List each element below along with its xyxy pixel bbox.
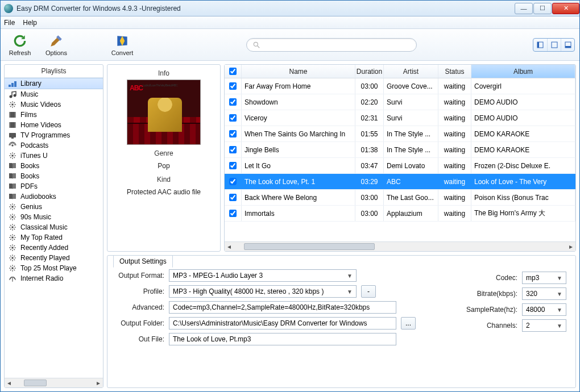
profile-remove-button[interactable]: -: [361, 285, 376, 298]
svg-line-73: [10, 239, 11, 240]
row-checkbox-cell: [225, 126, 242, 141]
svg-rect-22: [9, 112, 10, 118]
channels-select[interactable]: 2▼: [522, 319, 566, 332]
view-center-button[interactable]: [547, 39, 561, 51]
browse-folder-button[interactable]: ...: [401, 317, 416, 330]
sidebar-item[interactable]: Library: [5, 78, 103, 89]
output-format-select[interactable]: MP3 - MPEG-1 Audio Layer 3▼: [169, 269, 357, 282]
sidebar-item[interactable]: Audiobooks: [5, 191, 103, 202]
sidebar-item[interactable]: PDFs: [5, 181, 103, 191]
view-mode-buttons: [533, 38, 575, 52]
codec-select[interactable]: mp3▼: [522, 272, 566, 284]
maximize-button[interactable]: ☐: [533, 3, 552, 14]
search-input[interactable]: [246, 38, 417, 52]
minimize-button[interactable]: —: [515, 3, 533, 14]
music-icon: [8, 90, 17, 98]
table-row[interactable]: Showdown02:20SurviwaitingDEMO AUDIO: [225, 94, 575, 110]
cell-album: The Big Horn's Army 大: [471, 206, 575, 221]
sidebar-item[interactable]: Music Videos: [5, 99, 103, 110]
row-checkbox[interactable]: [229, 82, 237, 90]
sidebar-item-label: Library: [20, 80, 42, 87]
table-row[interactable]: Far Away From Home03:00Groove Cove...wai…: [225, 78, 575, 94]
output-folder-input[interactable]: C:\Users\Administrator\Music\Easy DRM Co…: [169, 317, 396, 330]
cell-album: DEMO KARAOKE: [471, 142, 575, 157]
table-row[interactable]: The Look of Love, Pt. 103:29ABCwaitingLo…: [225, 174, 575, 190]
sidebar-item[interactable]: Home Videos: [5, 120, 103, 130]
sidebar-item[interactable]: Podcasts: [5, 140, 103, 151]
sidebar-item[interactable]: My Top Rated: [5, 232, 103, 243]
cell-status: waiting: [438, 158, 471, 173]
cell-name: Far Away From Home: [242, 78, 355, 94]
sidebar-item[interactable]: Recently Added: [5, 243, 103, 253]
tv-icon: [8, 131, 17, 139]
sidebar-item[interactable]: Genius: [5, 202, 103, 212]
row-checkbox[interactable]: [229, 146, 237, 153]
sidebar-item[interactable]: Recently Played: [5, 253, 103, 263]
row-checkbox[interactable]: [229, 114, 237, 122]
convert-icon: [114, 33, 130, 49]
table-row[interactable]: Back Where We Belong03:00The Last Goo...…: [225, 190, 575, 206]
svg-line-64: [10, 228, 11, 230]
table-row[interactable]: Immortals03:00ApplauziumwaitingThe Big H…: [225, 206, 575, 222]
view-bottom-panel-button[interactable]: [561, 39, 574, 51]
samplerate-select[interactable]: 48000▼: [522, 303, 566, 316]
sidebar-item[interactable]: Top 25 Most Playe: [5, 263, 103, 273]
svg-line-101: [14, 266, 15, 267]
bitrate-select[interactable]: 320▼: [522, 287, 566, 300]
sidebar-item[interactable]: Classical Music: [5, 222, 103, 232]
row-checkbox[interactable]: [229, 194, 237, 201]
row-checkbox[interactable]: [229, 178, 237, 185]
column-header-checkbox[interactable]: [225, 65, 242, 78]
select-all-checkbox[interactable]: [229, 68, 237, 75]
menu-help[interactable]: Help: [23, 19, 37, 27]
svg-point-75: [11, 247, 14, 249]
svg-rect-9: [14, 81, 16, 87]
genre-value: Pop: [158, 162, 169, 170]
sidebar-item[interactable]: Films: [5, 110, 103, 120]
column-header-status[interactable]: Status: [438, 65, 471, 78]
advanced-input[interactable]: Codec=mp3,Channel=2,SampleRate=48000Hz,B…: [169, 301, 396, 314]
sidebar-scrollbar[interactable]: ◂▸: [5, 378, 103, 387]
right-column: Info ABCLook of Love The Very Best of AB…: [107, 64, 576, 388]
cell-duration: 03:29: [355, 174, 384, 189]
menu-file[interactable]: File: [4, 19, 15, 27]
sidebar-item[interactable]: Internet Radio: [5, 273, 103, 283]
table-scrollbar[interactable]: ◂▸: [225, 241, 575, 251]
sidebar-item[interactable]: iTunes U: [5, 151, 103, 161]
column-header-artist[interactable]: Artist: [384, 65, 438, 78]
options-button[interactable]: Options: [42, 32, 71, 57]
cell-artist: The Last Goo...: [384, 190, 438, 205]
column-header-album[interactable]: Album: [471, 65, 575, 78]
view-left-panel-button[interactable]: [533, 39, 547, 51]
sidebar-item[interactable]: Books: [5, 171, 103, 181]
output-settings-tab[interactable]: Output Settings: [113, 255, 173, 268]
table-row[interactable]: Viceroy02:31SurviwaitingDEMO AUDIO: [225, 110, 575, 126]
close-button[interactable]: ✕: [552, 3, 579, 14]
column-header-name[interactable]: Name: [242, 65, 355, 78]
column-header-duration[interactable]: Duration: [355, 65, 384, 78]
sidebar-item[interactable]: Music: [5, 89, 103, 99]
table-row[interactable]: Jingle Bells01:38In The Style ...waiting…: [225, 142, 575, 158]
row-checkbox[interactable]: [229, 162, 237, 169]
table-row[interactable]: When The Saints Go Marching In01:55In Th…: [225, 126, 575, 142]
svg-rect-26: [15, 122, 16, 128]
profile-select[interactable]: MP3 - High Quality( 48000 Hz, stereo , 3…: [169, 285, 357, 298]
svg-line-35: [10, 153, 11, 155]
row-checkbox[interactable]: [229, 98, 237, 106]
sidebar-item[interactable]: TV Programmes: [5, 130, 103, 140]
svg-point-84: [11, 257, 14, 259]
sidebar-item[interactable]: 90s Music: [5, 212, 103, 222]
sidebar-item-label: Recently Added: [20, 244, 68, 252]
advanced-label: Advanced:: [114, 303, 169, 311]
sidebar-item[interactable]: Books: [5, 161, 103, 171]
svg-point-0: [254, 42, 258, 46]
convert-button[interactable]: Convert: [107, 32, 137, 57]
outfile-input[interactable]: The Look of Love, Pt.mp3: [169, 333, 396, 345]
refresh-button[interactable]: Refresh: [5, 32, 35, 57]
cover-subtitle: Look of Love The Very Best of ABC: [143, 84, 177, 87]
svg-line-53: [10, 215, 11, 216]
chevron-down-icon: ▼: [557, 291, 562, 297]
row-checkbox[interactable]: [229, 210, 237, 217]
table-row[interactable]: Let It Go03:47Demi LovatowaitingFrozen (…: [225, 158, 575, 174]
row-checkbox[interactable]: [229, 130, 237, 137]
